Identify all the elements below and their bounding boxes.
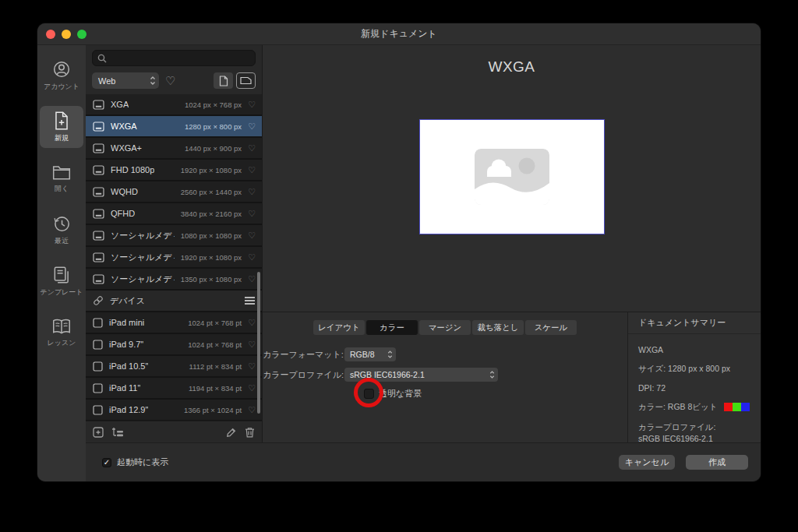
show-on-launch-option[interactable]: ✓ 起動時に表示: [102, 456, 168, 468]
template-row[interactable]: iPad mini1024 pt × 768 pt♡: [86, 312, 262, 333]
template-name: WQHD: [111, 187, 138, 196]
sidebar-item-label: レッスン: [48, 338, 76, 348]
tablet-icon: [93, 405, 103, 415]
tab-カラー[interactable]: カラー: [366, 320, 418, 335]
zoom-button[interactable]: [77, 30, 87, 39]
template-row[interactable]: iPad 10.5"1112 pt × 834 pt♡: [86, 356, 262, 376]
sidebar-item-new[interactable]: 新規: [40, 106, 83, 148]
create-button[interactable]: 作成: [686, 455, 748, 470]
template-size: 1112 pt × 834 pt: [189, 362, 242, 371]
summary-dpi: DPI: 72: [638, 383, 750, 393]
tablet-icon: [93, 340, 103, 350]
favorites-filter-heart-icon[interactable]: ♡: [165, 75, 175, 86]
new-document-dialog: 新規ドキュメント アカウント新規開く最近テンプレートレッスン: [37, 23, 761, 481]
template-row[interactable]: ソーシャルメディアポ…1350 px × 1080 px♡: [86, 269, 262, 289]
document-canvas-preview: [419, 119, 605, 234]
favorite-heart-icon[interactable]: ♡: [248, 231, 256, 240]
template-name: iPad 10.5": [109, 361, 148, 371]
color-swatch: [724, 403, 733, 411]
color-profile-dropdown[interactable]: sRGB IEC61966-2.1: [344, 368, 498, 382]
sidebar-item-account[interactable]: アカウント: [40, 55, 83, 97]
transparent-background-label: 透明な背景: [379, 388, 422, 400]
category-dropdown[interactable]: Web: [92, 72, 159, 89]
minimize-button[interactable]: [62, 30, 71, 39]
display-icon: [93, 274, 104, 284]
search-icon: [97, 54, 107, 63]
lessons-icon: [51, 317, 72, 336]
search-field[interactable]: [92, 50, 256, 66]
template-row[interactable]: iPad 11"1194 pt × 834 pt♡: [86, 378, 262, 398]
account-icon: [51, 59, 72, 79]
title-bar: 新規ドキュメント: [37, 23, 761, 45]
favorite-heart-icon[interactable]: ♡: [248, 166, 256, 174]
sidebar-item-label: アカウント: [44, 82, 79, 92]
summary-size: サイズ: 1280 px x 800 px: [638, 364, 750, 375]
template-size: 2560 px × 1440 px: [181, 188, 242, 196]
template-row[interactable]: XGA1024 px × 768 px♡: [86, 94, 262, 115]
template-row[interactable]: iPad 9.7"1024 pt × 768 pt♡: [86, 334, 262, 354]
close-button[interactable]: [46, 30, 55, 39]
dialog-footer: ✓ 起動時に表示 キャンセル 作成: [86, 442, 761, 481]
sidebar-item-label: 開く: [55, 184, 69, 194]
search-input[interactable]: [110, 54, 235, 63]
template-name: ソーシャルメディアポ…: [111, 273, 175, 285]
favorite-heart-icon[interactable]: ♡: [248, 210, 256, 218]
cancel-button[interactable]: キャンセル: [619, 455, 675, 470]
template-size: 1440 px × 900 px: [185, 144, 242, 153]
sidebar-item-lessons[interactable]: レッスン: [40, 312, 83, 354]
tab-スケール[interactable]: スケール: [525, 320, 577, 335]
transparent-background-checkbox[interactable]: [364, 389, 374, 399]
template-row[interactable]: ソーシャルメディアスト…1920 px × 1080 px♡: [86, 247, 262, 267]
edit-template-button[interactable]: [226, 427, 237, 438]
sidebar-item-label: 最近: [55, 236, 69, 246]
favorite-heart-icon[interactable]: ♡: [248, 100, 256, 109]
tab-マージン[interactable]: マージン: [419, 320, 471, 335]
template-row[interactable]: WXGA+1440 px × 900 px♡: [86, 138, 262, 158]
template-size: 1350 px × 1080 px: [181, 275, 242, 284]
sidebar-item-open[interactable]: 開く: [40, 157, 83, 199]
show-on-launch-checkbox[interactable]: ✓: [102, 458, 111, 467]
library-toolbar: [86, 421, 262, 442]
template-row[interactable]: FHD 1080p1920 px × 1080 px♡: [86, 160, 262, 180]
color-profile-value: sRGB IEC61966-2.1: [350, 370, 425, 379]
template-name: XGA: [111, 100, 129, 109]
template-row[interactable]: WXGA1280 px × 800 px♡: [86, 116, 262, 136]
template-size: 1024 pt × 768 pt: [188, 319, 242, 327]
tab-裁ち落とし[interactable]: 裁ち落とし: [472, 320, 524, 335]
sidebar-item-recent[interactable]: 最近: [40, 209, 83, 251]
add-template-button[interactable]: [93, 427, 104, 438]
template-list: XGA1024 px × 768 px♡WXGA1280 px × 800 px…: [86, 94, 262, 421]
hamburger-menu-icon[interactable]: [245, 297, 255, 305]
portrait-view-button[interactable]: [214, 72, 233, 89]
template-name: iPad 11": [109, 383, 140, 393]
document-summary-panel: ドキュメントサマリー WXGA サイズ: 1280 px x 800 px DP…: [627, 312, 761, 442]
favorite-heart-icon[interactable]: ♡: [248, 340, 256, 349]
favorite-heart-icon[interactable]: ♡: [248, 406, 256, 414]
favorite-heart-icon[interactable]: ♡: [248, 384, 256, 393]
favorite-heart-icon[interactable]: ♡: [248, 144, 256, 153]
landscape-view-button[interactable]: [236, 72, 256, 89]
favorite-heart-icon[interactable]: ♡: [248, 253, 256, 262]
template-row[interactable]: ソーシャルメディア正…1080 px × 1080 px♡: [86, 225, 262, 245]
add-group-button[interactable]: [111, 427, 125, 438]
delete-template-button[interactable]: [245, 427, 255, 438]
favorite-heart-icon[interactable]: ♡: [248, 362, 256, 371]
favorite-heart-icon[interactable]: ♡: [248, 319, 256, 327]
color-format-value: RGB/8: [350, 350, 375, 359]
show-on-launch-label: 起動時に表示: [117, 456, 168, 468]
template-row[interactable]: WQHD2560 px × 1440 px♡: [86, 181, 262, 202]
favorite-heart-icon[interactable]: ♡: [248, 188, 256, 196]
favorite-heart-icon[interactable]: ♡: [248, 275, 256, 284]
template-row[interactable]: iPad 12.9"1366 pt × 1024 pt♡: [86, 400, 262, 420]
sidebar-item-templates[interactable]: テンプレート: [40, 260, 83, 302]
template-size: 1280 px × 800 px: [185, 122, 242, 131]
template-row[interactable]: QFHD3840 px × 2160 px♡: [86, 203, 262, 224]
tab-レイアウト[interactable]: レイアウト: [313, 320, 365, 335]
template-size: 1024 px × 768 px: [185, 100, 242, 109]
template-size: 1080 px × 1080 px: [181, 231, 242, 240]
devices-section-header[interactable]: デバイス: [86, 291, 262, 311]
favorite-heart-icon[interactable]: ♡: [248, 122, 256, 131]
color-format-dropdown[interactable]: RGB/8: [344, 347, 396, 361]
display-icon: [93, 231, 104, 241]
list-scrollbar[interactable]: [257, 272, 260, 414]
